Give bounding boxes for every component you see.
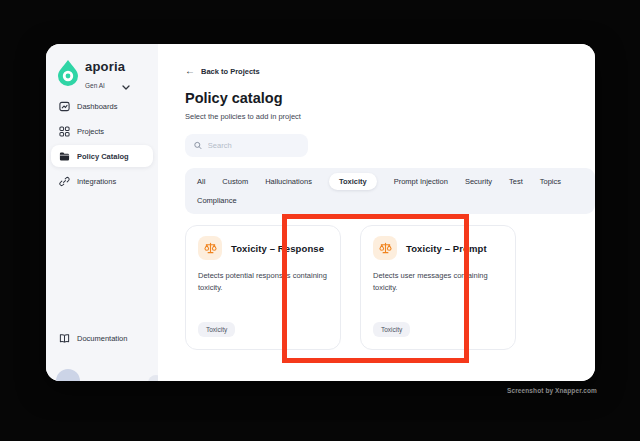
tab-security[interactable]: Security [465, 173, 492, 190]
search-icon [194, 141, 202, 150]
tab-all[interactable]: All [197, 173, 205, 190]
sidebar-item-projects[interactable]: Projects [51, 120, 153, 142]
card-title: Toxicity – Prompt [406, 243, 487, 254]
card-description: Detects user messages containing toxicit… [373, 270, 507, 293]
sidebar-item-label: Projects [77, 127, 104, 136]
sidebar-nav: Dashboards Projects Policy Catalog [51, 95, 153, 192]
arrow-left-icon: ← [185, 66, 195, 76]
workspace-switcher[interactable]: aporia Gen AI [58, 60, 130, 94]
sidebar-item-label: Dashboards [77, 102, 117, 111]
sidebar-item-integrations[interactable]: Integrations [51, 170, 153, 192]
toxicity-scale-icon [373, 236, 397, 260]
tab-custom[interactable]: Custom [222, 173, 248, 190]
card-description: Detects potential responses containing t… [198, 270, 332, 293]
card-tag: Toxicity [198, 322, 235, 337]
chevron-down-icon[interactable] [122, 76, 130, 94]
tab-toxicity[interactable]: Toxicity [329, 173, 377, 190]
card-tag: Toxicity [373, 322, 410, 337]
toxicity-scale-icon [198, 236, 222, 260]
sidebar-item-label: Policy Catalog [77, 152, 129, 161]
main-content: ← Back to Projects Policy catalog Select… [158, 44, 595, 381]
search-input[interactable] [208, 141, 299, 150]
sidebar-item-dashboards[interactable]: Dashboards [51, 95, 153, 117]
workspace-name: Gen AI [85, 82, 105, 89]
sidebar-item-label: Documentation [77, 334, 127, 343]
back-link-label: Back to Projects [201, 67, 260, 76]
page-subtitle: Select the policies to add in project [185, 112, 301, 121]
sidebar-item-label: Integrations [77, 177, 116, 186]
sidebar-item-policy-catalog[interactable]: Policy Catalog [51, 145, 153, 167]
projects-icon [59, 126, 70, 137]
dashboards-icon [59, 101, 70, 112]
aporia-logo-icon [58, 60, 78, 90]
folder-icon [59, 151, 70, 162]
tab-compliance[interactable]: Compliance [197, 192, 237, 209]
book-icon [59, 333, 70, 344]
xnapper-watermark: Screenshot by Xnapper.com [507, 387, 597, 394]
sidebar-item-documentation[interactable]: Documentation [51, 327, 153, 349]
avatar-bubble[interactable] [56, 369, 80, 381]
tab-prompt-injection[interactable]: Prompt Injection [394, 173, 448, 190]
policy-card-toxicity-prompt[interactable]: Toxicity – Prompt Detects user messages … [360, 225, 516, 350]
tab-topics[interactable]: Topics [540, 173, 561, 190]
search-box[interactable] [185, 134, 308, 157]
link-icon [59, 176, 70, 187]
app-window: aporia Gen AI Dashboards [46, 44, 595, 381]
tab-hallucinations[interactable]: Hallucinations [265, 173, 312, 190]
sidebar: aporia Gen AI Dashboards [46, 44, 158, 381]
filter-tabs: All Custom Hallucinations Toxicity Promp… [185, 168, 595, 214]
page-title: Policy catalog [185, 90, 283, 106]
tab-test[interactable]: Test [509, 173, 523, 190]
brand-name: aporia [85, 60, 130, 74]
card-title: Toxicity – Response [231, 243, 324, 254]
policy-card-toxicity-response[interactable]: Toxicity – Response Detects potential re… [185, 225, 341, 350]
back-to-projects-link[interactable]: ← Back to Projects [185, 66, 260, 76]
